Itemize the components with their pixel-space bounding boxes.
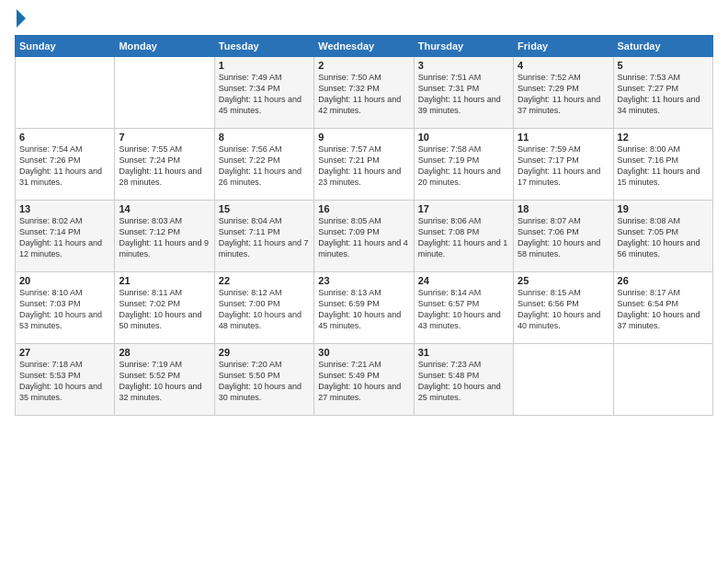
day-header-sunday: Sunday bbox=[16, 36, 115, 57]
calendar-cell: 1Sunrise: 7:49 AMSunset: 7:34 PMDaylight… bbox=[214, 57, 313, 129]
day-number: 21 bbox=[119, 275, 210, 286]
day-number: 9 bbox=[318, 132, 409, 143]
cell-info: Daylight: 11 hours and 37 minutes. bbox=[518, 94, 609, 116]
cell-info: Sunrise: 8:03 AM bbox=[119, 215, 210, 226]
cell-info: Sunset: 5:48 PM bbox=[418, 370, 509, 381]
cell-info: Sunrise: 7:51 AM bbox=[418, 72, 509, 83]
calendar-cell: 9Sunrise: 7:57 AMSunset: 7:21 PMDaylight… bbox=[314, 129, 414, 201]
cell-info: Daylight: 10 hours and 58 minutes. bbox=[518, 237, 609, 259]
calendar-cell: 2Sunrise: 7:50 AMSunset: 7:32 PMDaylight… bbox=[314, 57, 414, 129]
calendar-cell: 24Sunrise: 8:14 AMSunset: 6:57 PMDayligh… bbox=[414, 272, 513, 344]
header bbox=[15, 11, 713, 28]
cell-info: Sunrise: 8:00 AM bbox=[618, 144, 709, 155]
day-number: 19 bbox=[618, 203, 709, 214]
cell-info: Sunrise: 7:19 AM bbox=[119, 359, 210, 370]
day-number: 6 bbox=[19, 132, 110, 143]
cell-info: Daylight: 11 hours and 12 minutes. bbox=[19, 237, 110, 259]
day-number: 26 bbox=[618, 275, 709, 286]
day-number: 8 bbox=[219, 132, 310, 143]
calendar-cell: 7Sunrise: 7:55 AMSunset: 7:24 PMDaylight… bbox=[115, 129, 214, 201]
cell-info: Sunrise: 8:11 AM bbox=[119, 287, 210, 298]
cell-info: Sunset: 7:34 PM bbox=[219, 83, 310, 94]
day-number: 30 bbox=[318, 347, 409, 358]
cell-info: Daylight: 11 hours and 20 minutes. bbox=[418, 166, 509, 188]
cell-info: Daylight: 10 hours and 37 minutes. bbox=[618, 309, 709, 331]
header-row: SundayMondayTuesdayWednesdayThursdayFrid… bbox=[16, 36, 713, 57]
cell-info: Sunset: 7:12 PM bbox=[119, 226, 210, 237]
cell-info: Daylight: 10 hours and 30 minutes. bbox=[219, 381, 310, 403]
day-number: 18 bbox=[518, 203, 609, 214]
calendar-cell: 31Sunrise: 7:23 AMSunset: 5:48 PMDayligh… bbox=[414, 344, 513, 416]
day-header-saturday: Saturday bbox=[613, 36, 712, 57]
cell-info: Sunrise: 8:15 AM bbox=[518, 287, 609, 298]
day-number: 13 bbox=[19, 203, 110, 214]
week-row-2: 13Sunrise: 8:02 AMSunset: 7:14 PMDayligh… bbox=[16, 201, 713, 272]
cell-info: Sunset: 7:14 PM bbox=[19, 226, 110, 237]
day-number: 5 bbox=[618, 60, 709, 71]
cell-info: Sunset: 6:56 PM bbox=[518, 298, 609, 309]
cell-info: Sunrise: 7:56 AM bbox=[219, 144, 310, 155]
cell-info: Sunset: 5:50 PM bbox=[219, 370, 310, 381]
cell-info: Sunrise: 7:21 AM bbox=[318, 359, 409, 370]
week-row-4: 27Sunrise: 7:18 AMSunset: 5:53 PMDayligh… bbox=[16, 344, 713, 416]
day-number: 14 bbox=[119, 203, 210, 214]
calendar-cell: 14Sunrise: 8:03 AMSunset: 7:12 PMDayligh… bbox=[115, 201, 214, 272]
week-row-1: 6Sunrise: 7:54 AMSunset: 7:26 PMDaylight… bbox=[16, 129, 713, 201]
day-header-tuesday: Tuesday bbox=[214, 36, 313, 57]
calendar-cell: 30Sunrise: 7:21 AMSunset: 5:49 PMDayligh… bbox=[314, 344, 414, 416]
cell-info: Sunset: 7:02 PM bbox=[119, 298, 210, 309]
calendar-cell: 18Sunrise: 8:07 AMSunset: 7:06 PMDayligh… bbox=[514, 201, 613, 272]
cell-info: Sunset: 7:09 PM bbox=[318, 226, 409, 237]
calendar-cell: 16Sunrise: 8:05 AMSunset: 7:09 PMDayligh… bbox=[314, 201, 414, 272]
cell-info: Sunrise: 7:54 AM bbox=[19, 144, 110, 155]
cell-info: Sunrise: 7:55 AM bbox=[119, 144, 210, 155]
cell-info: Sunset: 7:06 PM bbox=[518, 226, 609, 237]
cell-info: Daylight: 10 hours and 56 minutes. bbox=[618, 237, 709, 259]
week-row-0: 1Sunrise: 7:49 AMSunset: 7:34 PMDaylight… bbox=[16, 57, 713, 129]
cell-info: Daylight: 10 hours and 43 minutes. bbox=[418, 309, 509, 331]
calendar-cell bbox=[115, 57, 214, 129]
day-number: 31 bbox=[418, 347, 509, 358]
calendar-cell: 22Sunrise: 8:12 AMSunset: 7:00 PMDayligh… bbox=[214, 272, 313, 344]
day-number: 27 bbox=[19, 347, 110, 358]
day-header-friday: Friday bbox=[514, 36, 613, 57]
calendar-cell: 11Sunrise: 7:59 AMSunset: 7:17 PMDayligh… bbox=[514, 129, 613, 201]
cell-info: Sunset: 7:00 PM bbox=[219, 298, 310, 309]
calendar-cell: 20Sunrise: 8:10 AMSunset: 7:03 PMDayligh… bbox=[16, 272, 115, 344]
cell-info: Sunset: 7:21 PM bbox=[318, 155, 409, 166]
calendar-cell: 15Sunrise: 8:04 AMSunset: 7:11 PMDayligh… bbox=[214, 201, 313, 272]
day-header-monday: Monday bbox=[115, 36, 214, 57]
day-number: 4 bbox=[518, 60, 609, 71]
day-number: 15 bbox=[219, 203, 310, 214]
cell-info: Daylight: 10 hours and 35 minutes. bbox=[19, 381, 110, 403]
cell-info: Daylight: 10 hours and 50 minutes. bbox=[119, 309, 210, 331]
calendar-cell bbox=[514, 344, 613, 416]
day-number: 7 bbox=[119, 132, 210, 143]
calendar-cell: 29Sunrise: 7:20 AMSunset: 5:50 PMDayligh… bbox=[214, 344, 313, 416]
cell-info: Sunrise: 8:05 AM bbox=[318, 215, 409, 226]
cell-info: Daylight: 11 hours and 31 minutes. bbox=[19, 166, 110, 188]
cell-info: Daylight: 10 hours and 25 minutes. bbox=[418, 381, 509, 403]
calendar-cell: 26Sunrise: 8:17 AMSunset: 6:54 PMDayligh… bbox=[613, 272, 712, 344]
week-row-3: 20Sunrise: 8:10 AMSunset: 7:03 PMDayligh… bbox=[16, 272, 713, 344]
calendar-cell: 19Sunrise: 8:08 AMSunset: 7:05 PMDayligh… bbox=[613, 201, 712, 272]
cell-info: Sunset: 7:32 PM bbox=[318, 83, 409, 94]
cell-info: Sunset: 7:17 PM bbox=[518, 155, 609, 166]
cell-info: Daylight: 11 hours and 17 minutes. bbox=[518, 166, 609, 188]
calendar-cell: 21Sunrise: 8:11 AMSunset: 7:02 PMDayligh… bbox=[115, 272, 214, 344]
day-number: 25 bbox=[518, 275, 609, 286]
cell-info: Sunset: 7:27 PM bbox=[618, 83, 709, 94]
cell-info: Sunrise: 7:20 AM bbox=[219, 359, 310, 370]
cell-info: Sunset: 7:29 PM bbox=[518, 83, 609, 94]
calendar-cell: 4Sunrise: 7:52 AMSunset: 7:29 PMDaylight… bbox=[514, 57, 613, 129]
calendar-cell: 5Sunrise: 7:53 AMSunset: 7:27 PMDaylight… bbox=[613, 57, 712, 129]
calendar-cell bbox=[613, 344, 712, 416]
cell-info: Daylight: 11 hours and 42 minutes. bbox=[318, 94, 409, 116]
calendar-cell: 6Sunrise: 7:54 AMSunset: 7:26 PMDaylight… bbox=[16, 129, 115, 201]
cell-info: Sunset: 6:59 PM bbox=[318, 298, 409, 309]
cell-info: Sunrise: 7:57 AM bbox=[318, 144, 409, 155]
calendar-table: SundayMondayTuesdayWednesdayThursdayFrid… bbox=[15, 35, 713, 416]
cell-info: Sunrise: 8:08 AM bbox=[618, 215, 709, 226]
day-number: 24 bbox=[418, 275, 509, 286]
cell-info: Sunrise: 7:52 AM bbox=[518, 72, 609, 83]
